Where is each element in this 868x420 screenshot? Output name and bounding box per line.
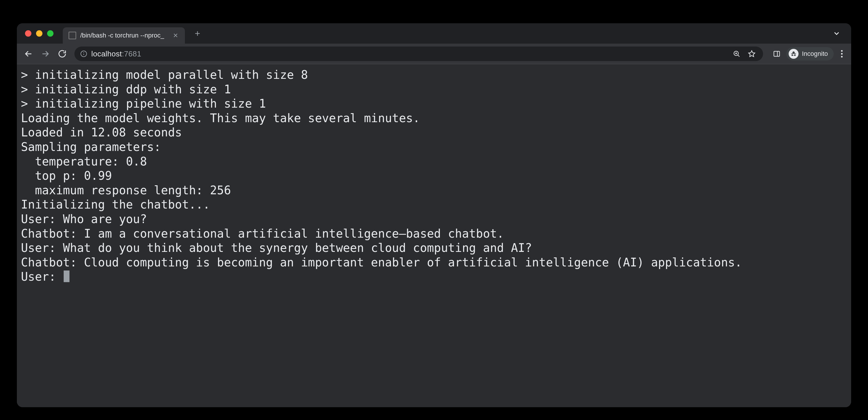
terminal-line: User: Who are you? [21,212,147,226]
url-host: localhost [91,50,122,58]
svg-rect-10 [774,51,780,56]
terminal-output[interactable]: > initializing model parallel with size … [21,68,847,284]
terminal-line: Loading the model weights. This may take… [21,111,420,125]
svg-marker-9 [748,51,755,57]
browser-toolbar: localhost:7681 Incognito [17,43,851,64]
address-bar[interactable]: localhost:7681 [74,47,763,61]
svg-point-4 [84,53,84,53]
toolbar-right: Incognito [768,47,846,60]
terminal-line: > initializing model parallel with size … [21,68,308,82]
url-text: localhost:7681 [91,50,141,58]
url-port: :7681 [122,50,141,58]
svg-point-13 [841,53,843,55]
terminal-line: maximum response length: 256 [21,183,231,197]
terminal-line: Chatbot: Cloud computing is becoming an … [21,256,742,269]
terminal-line: top p: 0.99 [21,169,112,182]
incognito-icon [788,49,799,59]
back-button[interactable] [22,47,35,61]
svg-point-12 [841,50,843,52]
tab-favicon [69,32,76,39]
close-tab-button[interactable]: × [172,31,179,39]
terminal-line: temperature: 0.8 [21,155,147,168]
browser-menu-button[interactable] [837,50,846,58]
incognito-label: Incognito [802,50,828,58]
incognito-badge[interactable]: Incognito [786,47,834,60]
tab-title: /bin/bash -c torchrun --nproc_ [80,32,168,39]
terminal-line: Loaded in 12.08 seconds [21,126,182,139]
page-content[interactable]: > initializing model parallel with size … [17,64,851,407]
side-panel-button[interactable] [771,50,783,58]
reload-button[interactable] [55,47,69,61]
terminal-line: > initializing pipeline with size 1 [21,97,266,110]
terminal-line: User: What do you think about the synerg… [21,241,532,254]
zoom-icon[interactable] [731,50,742,58]
browser-window: /bin/bash -c torchrun --nproc_ × + local… [17,23,851,407]
terminal-line: Initializing the chatbot... [21,198,210,211]
minimize-window-button[interactable] [36,30,42,37]
new-tab-button[interactable]: + [189,29,206,38]
terminal-line: User: [21,270,63,283]
window-controls [23,30,58,37]
tab-bar: /bin/bash -c torchrun --nproc_ × + [17,23,851,43]
close-window-button[interactable] [25,30,31,37]
browser-tab[interactable]: /bin/bash -c torchrun --nproc_ × [63,27,185,43]
forward-button[interactable] [38,47,52,61]
terminal-line: Chatbot: I am a conversational artificia… [21,227,504,240]
site-info-icon[interactable] [80,50,87,57]
svg-point-14 [841,56,843,58]
maximize-window-button[interactable] [47,30,54,37]
svg-line-6 [738,55,739,57]
tabs-dropdown-button[interactable] [828,29,845,37]
terminal-line: > initializing ddp with size 1 [21,83,231,96]
bookmark-icon[interactable] [746,50,757,58]
terminal-cursor [64,270,69,282]
terminal-line: Sampling parameters: [21,140,161,154]
